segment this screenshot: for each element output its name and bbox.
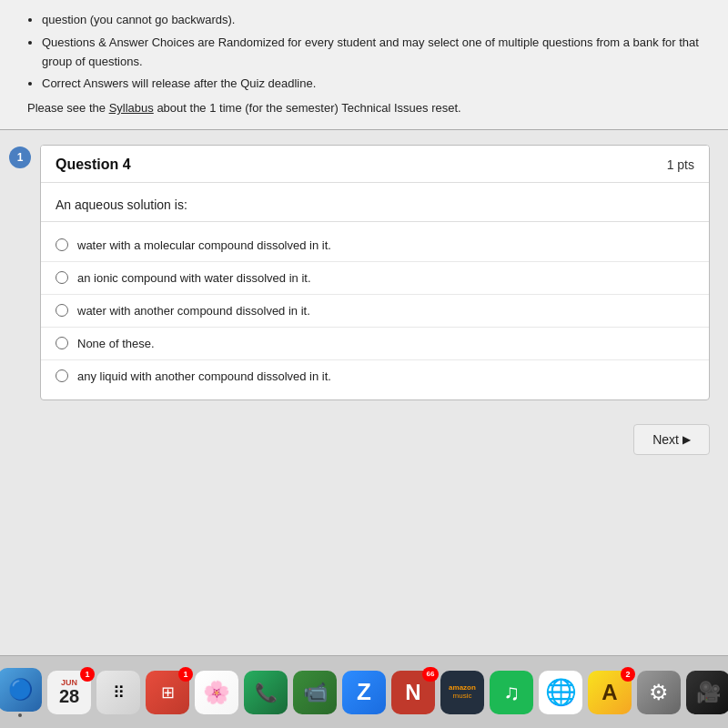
choice-label-2: an ionic compound with water dissolved i… <box>77 271 311 285</box>
answer-choice-5[interactable]: any liquid with another compound dissolv… <box>41 360 709 392</box>
dock-item-calendar[interactable]: JUN 28 1 <box>47 671 91 714</box>
amazon-music-icon[interactable]: amazon music <box>440 671 484 714</box>
dock-item-spotify[interactable]: ♫ <box>490 671 533 714</box>
dock-item-camera[interactable]: 🎥 <box>686 671 728 714</box>
choice-label-4: None of these. <box>77 337 155 350</box>
dock-item-settings[interactable]: ⚙ <box>637 671 681 714</box>
instructions-area: question (you cannot go backwards). Ques… <box>0 0 728 129</box>
reminders-badge: 1 <box>178 667 193 682</box>
calendar-day: 28 <box>59 687 79 705</box>
question-number-badge: 1 <box>9 147 31 168</box>
radio-5[interactable] <box>56 369 68 382</box>
spotify-icon[interactable]: ♫ <box>490 671 533 714</box>
launchpad-icon[interactable]: ⠿ <box>96 671 140 714</box>
dock-item-amazon-music[interactable]: amazon music <box>440 671 484 714</box>
choice-label-3: water with another compound dissolved in… <box>77 304 310 318</box>
radio-1[interactable] <box>56 238 68 251</box>
answer-choice-1[interactable]: water with a molecular compound dissolve… <box>41 229 709 262</box>
radio-4[interactable] <box>56 337 68 349</box>
dock-item-launchpad[interactable]: ⠿ <box>96 671 140 714</box>
question-card: Question 4 1 pts An aqueous solution is:… <box>40 145 710 400</box>
dock-item-zoom[interactable]: Z <box>342 671 386 714</box>
radio-2[interactable] <box>56 271 68 284</box>
settings-icon[interactable]: ⚙ <box>637 671 681 714</box>
n-app-badge: 66 <box>422 667 439 682</box>
next-button[interactable]: Next ▶ <box>633 424 710 455</box>
answer-choice-4[interactable]: None of these. <box>41 328 709 360</box>
zoom-icon[interactable]: Z <box>342 671 386 714</box>
dock-item-chrome[interactable]: 🌐 <box>539 671 582 714</box>
instructions-list: question (you cannot go backwards). Ques… <box>27 11 710 94</box>
dock: 🔵 JUN 28 1 ⠿ ⊞ 1 🌸 📞 📹 Z N 66 <box>0 655 728 728</box>
calendar-badge: 1 <box>80 667 95 682</box>
finder-dot <box>18 713 22 717</box>
dock-item-finder[interactable]: 🔵 <box>0 668 42 717</box>
choice-label-1: water with a molecular compound dissolve… <box>77 238 331 252</box>
instruction-item-1: question (you cannot go backwards). <box>42 11 710 30</box>
contacts-icon[interactable]: 📞 <box>244 671 288 714</box>
answer-choice-2[interactable]: an ionic compound with water dissolved i… <box>41 262 709 295</box>
instruction-item-2: Questions & Answer Choices are Randomize… <box>42 34 710 72</box>
camera-icon[interactable]: 🎥 <box>686 671 728 714</box>
answer-choice-3[interactable]: water with another compound dissolved in… <box>41 295 709 328</box>
question-body: An aqueous solution is: <box>41 183 709 222</box>
question-row: 1 Question 4 1 pts An aqueous solution i… <box>0 130 728 415</box>
dock-item-contacts[interactable]: 📞 <box>244 671 288 714</box>
answer-choices: water with a molecular compound dissolve… <box>41 222 709 399</box>
choice-label-5: any liquid with another compound dissolv… <box>77 369 331 383</box>
next-arrow: ▶ <box>682 433 691 446</box>
question-title: Question 4 <box>56 157 131 173</box>
chrome-icon[interactable]: 🌐 <box>539 671 582 714</box>
dock-item-photos[interactable]: 🌸 <box>195 671 238 714</box>
next-label: Next <box>652 432 679 447</box>
dock-item-notes[interactable]: A 2 <box>588 671 632 714</box>
dock-item-reminders[interactable]: ⊞ 1 <box>146 671 189 714</box>
next-area: Next ▶ <box>0 415 728 464</box>
instruction-item-3: Correct Answers will release after the Q… <box>42 75 710 94</box>
finder-icon[interactable]: 🔵 <box>0 668 42 712</box>
syllabus-line: Please see the Syllabus about the 1 time… <box>27 99 710 118</box>
question-pts: 1 pts <box>667 157 694 172</box>
question-header: Question 4 1 pts <box>41 146 709 183</box>
question-prompt: An aqueous solution is: <box>56 197 187 212</box>
facetime-icon[interactable]: 📹 <box>293 671 337 714</box>
radio-3[interactable] <box>56 304 68 317</box>
notes-badge: 2 <box>621 667 635 682</box>
main-content: question (you cannot go backwards). Ques… <box>0 0 728 655</box>
syllabus-link[interactable]: Syllabus <box>109 101 154 115</box>
dock-item-facetime[interactable]: 📹 <box>293 671 337 714</box>
dock-item-n-app[interactable]: N 66 <box>391 671 435 714</box>
photos-icon[interactable]: 🌸 <box>195 671 238 714</box>
